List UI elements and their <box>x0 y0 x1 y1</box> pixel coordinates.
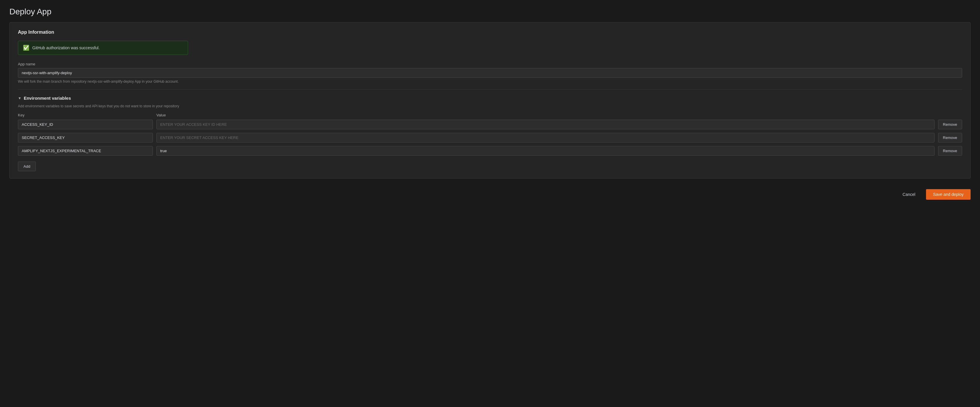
app-information-card: App Information ✅ GitHub authorization w… <box>10 22 970 179</box>
add-env-button[interactable]: Add <box>18 162 36 171</box>
cancel-button[interactable]: Cancel <box>898 189 920 200</box>
env-remove-button-1[interactable]: Remove <box>938 120 962 129</box>
env-column-headers: Key Value <box>18 113 962 117</box>
env-key-input-2[interactable] <box>18 133 153 143</box>
env-key-column-label: Key <box>18 113 153 117</box>
env-section-title: Environment variables <box>24 96 71 101</box>
save-and-deploy-button[interactable]: Save and deploy <box>926 189 970 200</box>
env-variables-section: ▼ Environment variables Add environment … <box>18 96 962 171</box>
success-banner: ✅ GitHub authorization was successful. <box>18 41 188 55</box>
app-name-hint: We will fork the main branch from reposi… <box>18 79 962 84</box>
app-name-label: App name <box>18 62 962 66</box>
env-section-toggle[interactable]: ▼ Environment variables <box>18 96 962 101</box>
app-name-input[interactable] <box>18 68 962 78</box>
chevron-down-icon: ▼ <box>18 96 21 100</box>
page-title: Deploy App <box>10 7 970 16</box>
env-remove-button-2[interactable]: Remove <box>938 133 962 143</box>
success-check-icon: ✅ <box>23 44 29 51</box>
env-row: Remove <box>18 133 962 143</box>
success-message: GitHub authorization was successful. <box>32 46 100 50</box>
env-value-input-3[interactable] <box>156 146 934 156</box>
section-divider <box>18 89 962 90</box>
app-name-field-group: App name We will fork the main branch fr… <box>18 62 962 84</box>
env-value-input-1[interactable] <box>156 120 934 129</box>
env-row: Remove <box>18 120 962 129</box>
env-key-input-3[interactable] <box>18 146 153 156</box>
env-row: Remove <box>18 146 962 156</box>
env-value-column-label: Value <box>156 113 962 117</box>
env-key-input-1[interactable] <box>18 120 153 129</box>
env-remove-button-3[interactable]: Remove <box>938 146 962 156</box>
card-title: App Information <box>18 30 962 35</box>
footer-actions: Cancel Save and deploy <box>10 184 970 202</box>
env-section-description: Add environment variables to save secret… <box>18 104 962 108</box>
env-value-input-2[interactable] <box>156 133 934 143</box>
